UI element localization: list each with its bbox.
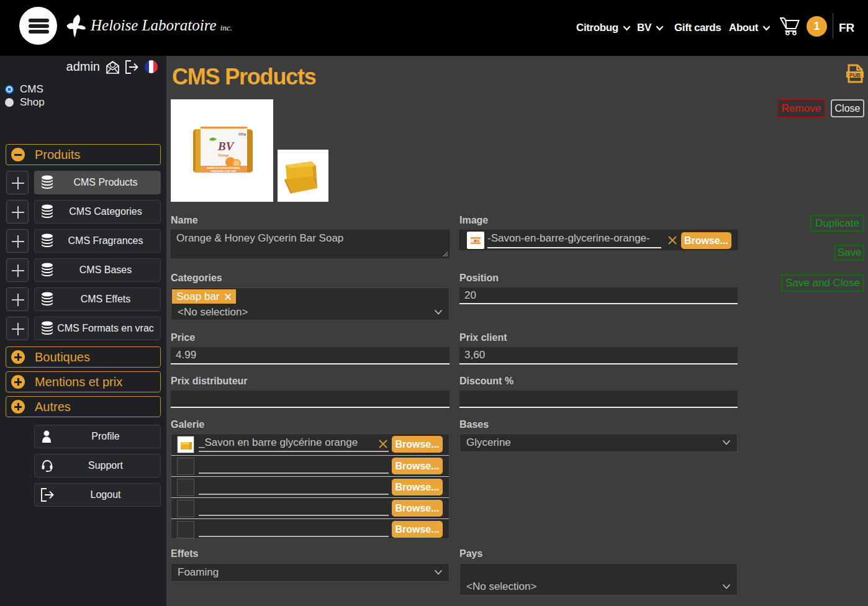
svg-text:PUB: PUB [849,72,861,78]
svg-text:B: B [473,238,477,243]
svg-text:Orange: Orange [218,153,229,157]
svg-text:BV: BV [217,140,235,153]
svg-text:BARRE DE SAVON ARTISANAL: BARRE DE SAVON ARTISANAL [207,167,241,170]
svg-text:HANDMADE SOAP BAR: HANDMADE SOAP BAR [211,170,237,173]
svg-text:100g: 100g [238,132,246,136]
